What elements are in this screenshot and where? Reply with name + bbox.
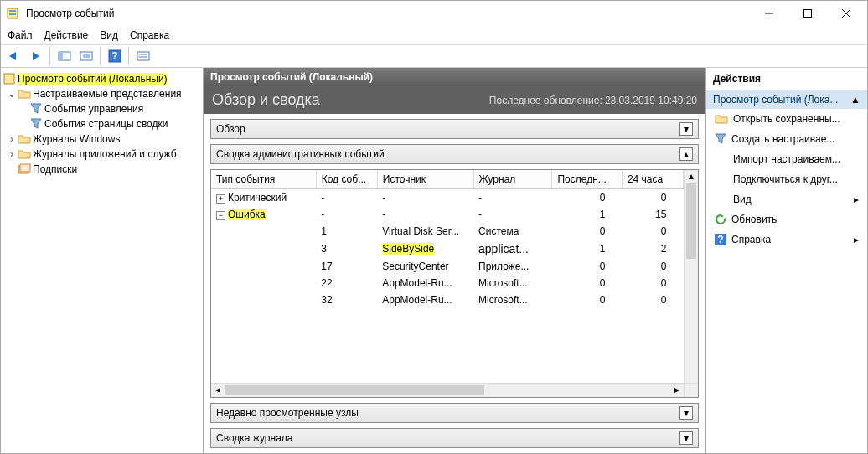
chevron-right-icon: ▸ — [854, 193, 859, 205]
accordion-admin-summary[interactable]: Сводка административных событий ▴ — [210, 144, 699, 164]
minimize-button[interactable] — [750, 1, 788, 26]
tree-app-logs[interactable]: › Журналы приложений и служб — [3, 147, 201, 162]
maximize-button[interactable] — [788, 1, 827, 26]
action-open-saved[interactable]: Открыть сохраненны... — [706, 109, 867, 129]
accordion-recent-nodes[interactable]: Недавно просмотренные узлы ▾ — [210, 403, 699, 423]
action-refresh[interactable]: Обновить — [706, 209, 867, 230]
chevron-down-icon[interactable]: ▾ — [679, 406, 693, 420]
subscriptions-icon — [18, 163, 31, 176]
chevron-down-icon[interactable]: ▾ — [679, 431, 693, 445]
svg-rect-10 — [83, 54, 90, 58]
folder-icon — [18, 132, 31, 146]
menu-file[interactable]: Файл — [8, 29, 33, 41]
accordion-log-summary[interactable]: Сводка журнала ▾ — [210, 428, 699, 448]
svg-text:?: ? — [111, 50, 117, 62]
svg-rect-2 — [9, 13, 16, 15]
collapse-icon[interactable]: ▲ — [850, 94, 860, 106]
chevron-right-icon: ▸ — [854, 234, 859, 245]
table-row[interactable]: 17SecurityCenterПриложе...00 — [211, 258, 684, 275]
menu-action[interactable]: Действие — [44, 29, 89, 41]
menu-view[interactable]: Вид — [100, 29, 118, 41]
folder-icon — [18, 87, 31, 101]
action-import-custom[interactable]: Импорт настраиваем... — [706, 149, 867, 169]
titlebar: Просмотр событий — [1, 1, 867, 26]
tree-label: Настраиваемые представления — [33, 88, 182, 100]
horizontal-scrollbar[interactable]: ◂ ▸ — [211, 383, 698, 397]
col-24h[interactable]: 24 часа — [622, 170, 683, 189]
refresh-icon — [715, 214, 726, 225]
center-title: Просмотр событий (Локальный) — [204, 68, 705, 86]
help-icon: ? — [715, 234, 726, 245]
tree-panel: Просмотр событий (Локальный) ⌄ Настраива… — [1, 68, 204, 453]
tree-label: Подписки — [33, 163, 77, 175]
tree-label: События управления — [44, 103, 143, 115]
center-panel: Просмотр событий (Локальный) Обзор и сво… — [204, 68, 706, 453]
action-help[interactable]: ? Справка ▸ — [706, 230, 867, 250]
eventviewer-icon — [3, 72, 16, 85]
tree-root[interactable]: Просмотр событий (Локальный) — [3, 71, 201, 86]
help-button[interactable]: ? — [105, 46, 125, 66]
action-view[interactable]: Вид ▸ — [706, 189, 867, 209]
separator — [49, 47, 51, 65]
tree-mgmt-events[interactable]: События управления — [3, 101, 201, 116]
accordion-label: Недавно просмотренные узлы — [216, 407, 359, 419]
folder-open-icon — [715, 113, 728, 125]
col-log[interactable]: Журнал — [473, 170, 552, 189]
table-row[interactable]: 22AppModel-Ru...Microsoft...00 — [211, 275, 684, 291]
tree-windows-logs[interactable]: › Журналы Windows — [3, 132, 201, 147]
list-button[interactable] — [133, 46, 153, 66]
accordion-label: Обзор — [216, 123, 245, 135]
row-expander[interactable]: − — [216, 211, 225, 220]
col-type[interactable]: Тип события — [211, 170, 316, 189]
window-title: Просмотр событий — [26, 8, 114, 19]
app-icon — [6, 7, 19, 20]
toolbar: ? — [1, 44, 867, 68]
col-code[interactable]: Код соб... — [316, 170, 377, 189]
filter-icon — [715, 133, 726, 145]
tree-custom-views[interactable]: ⌄ Настраиваемые представления — [3, 86, 201, 101]
col-last[interactable]: Последн... — [552, 170, 622, 189]
expand-icon[interactable]: › — [6, 133, 18, 145]
svg-rect-16 — [4, 74, 14, 84]
row-expander[interactable]: + — [216, 194, 225, 204]
svg-rect-8 — [59, 52, 63, 60]
events-table[interactable]: Тип события Код соб... Источник Журнал П… — [211, 170, 684, 308]
table-row[interactable]: 32AppModel-Ru...Microsoft...00 — [211, 291, 684, 308]
vertical-scrollbar[interactable]: ▴ — [684, 170, 698, 383]
action-connect[interactable]: Подключиться к друг... — [706, 169, 867, 189]
tree-subscriptions[interactable]: Подписки — [3, 162, 201, 177]
filter-icon — [29, 102, 43, 116]
col-source[interactable]: Источник — [377, 170, 473, 189]
chevron-up-icon[interactable]: ▴ — [679, 147, 693, 161]
menu-help[interactable]: Справка — [130, 29, 169, 41]
chevron-down-icon[interactable]: ▾ — [679, 122, 693, 136]
menubar: Файл Действие Вид Справка — [1, 26, 867, 44]
overview-heading: Обзор и сводка — [212, 91, 320, 109]
table-row[interactable]: −Ошибка---115 — [211, 206, 684, 223]
collapse-icon[interactable]: ⌄ — [6, 88, 18, 100]
table-row[interactable]: 3SideBySideapplicat...12 — [211, 240, 684, 258]
accordion-overview[interactable]: Обзор ▾ — [210, 119, 699, 139]
folder-icon — [18, 147, 31, 161]
close-button[interactable] — [827, 1, 865, 26]
tree-root-label: Просмотр событий (Локальный) — [18, 73, 168, 85]
forward-button[interactable] — [26, 46, 46, 66]
expand-icon[interactable]: › — [6, 148, 18, 160]
tree-summary-events[interactable]: События страницы сводки — [3, 116, 201, 132]
tree-label: Журналы приложений и служб — [33, 148, 177, 160]
svg-text:?: ? — [717, 234, 723, 245]
actions-panel: Действия Просмотр событий (Лока... ▲ Отк… — [706, 68, 867, 453]
actions-context-header: Просмотр событий (Лока... ▲ — [706, 90, 867, 109]
table-row[interactable]: 1Virtual Disk Ser...Система00 — [211, 223, 684, 240]
show-tree-button[interactable] — [54, 46, 75, 66]
action-create-custom[interactable]: Создать настраивае... — [706, 129, 867, 149]
tree-label: Журналы Windows — [33, 133, 120, 145]
tree-label: События страницы сводки — [44, 118, 168, 130]
properties-button[interactable] — [76, 46, 96, 66]
table-row[interactable]: +Критический---00 — [211, 189, 684, 207]
admin-events-grid: Тип события Код соб... Источник Журнал П… — [210, 169, 699, 398]
svg-rect-4 — [804, 10, 812, 18]
svg-rect-1 — [9, 10, 16, 12]
actions-title: Действия — [706, 68, 867, 90]
back-button[interactable] — [4, 46, 24, 66]
